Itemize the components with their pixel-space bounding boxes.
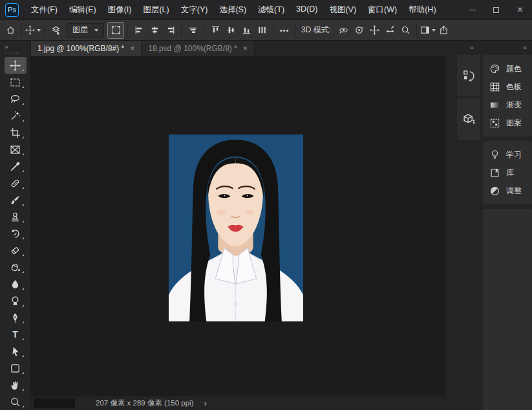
align-vertical-center-button[interactable] bbox=[223, 22, 239, 39]
tool-spot-healing-brush[interactable] bbox=[5, 175, 27, 191]
align-top-edges-button[interactable] bbox=[185, 22, 200, 39]
tab-1jpg[interactable]: 1.jpg @ 100%(RGB/8#) * × bbox=[31, 41, 142, 56]
collapse-panel-column-icon[interactable]: « bbox=[523, 43, 526, 51]
panel-label: 学习 bbox=[506, 149, 522, 160]
distribute-horizontal-button[interactable] bbox=[254, 22, 270, 39]
align-horizontal-center-button[interactable] bbox=[147, 22, 162, 39]
tool-dodge[interactable] bbox=[5, 292, 27, 309]
tool-pen[interactable] bbox=[5, 309, 27, 326]
workspace-switcher[interactable] bbox=[420, 22, 436, 39]
tool-path-selection[interactable] bbox=[5, 343, 27, 360]
orbit-3d-icon bbox=[339, 25, 348, 35]
menu-select[interactable]: 选择(S) bbox=[213, 2, 252, 18]
close-button[interactable]: ✕ bbox=[508, 0, 532, 19]
tool-zoom[interactable] bbox=[5, 393, 27, 410]
collapsed-panel-icons bbox=[457, 55, 480, 410]
history-panel-button[interactable] bbox=[457, 55, 480, 96]
slide-3d-icon bbox=[385, 25, 395, 35]
canvas[interactable] bbox=[31, 57, 445, 396]
menu-window[interactable]: 窗口(W) bbox=[362, 2, 403, 18]
roll-3d-camera-button[interactable] bbox=[351, 22, 367, 39]
toolbar-drag-handle[interactable] bbox=[5, 52, 19, 54]
3d-panel-button[interactable] bbox=[457, 98, 480, 140]
panel-tab-learn[interactable]: 学习 bbox=[483, 146, 532, 164]
panel-tab-color[interactable]: 颜色 bbox=[483, 59, 532, 78]
menu-view[interactable]: 视图(V) bbox=[323, 2, 362, 18]
slide-3d-camera-button[interactable] bbox=[382, 22, 398, 39]
drag-3d-icon bbox=[370, 25, 379, 35]
status-bar: 207 像素 x 289 像素 (150 ppi) › bbox=[31, 396, 445, 410]
show-transform-controls-toggle[interactable] bbox=[107, 22, 124, 39]
panel-tab-gradients[interactable]: 渐变 bbox=[483, 96, 532, 114]
zoom-3d-camera-button[interactable] bbox=[398, 22, 413, 39]
tab-close-icon[interactable]: × bbox=[243, 44, 248, 53]
title-bar: Ps 文件(F) 编辑(E) 图像(I) 图层(L) 文字(Y) 选择(S) 滤… bbox=[0, 0, 532, 19]
tool-history-brush[interactable] bbox=[5, 225, 27, 242]
drag-3d-camera-button[interactable] bbox=[367, 22, 382, 39]
tool-lasso[interactable] bbox=[5, 91, 27, 107]
tool-crop[interactable] bbox=[5, 124, 27, 141]
menu-3d[interactable]: 3D(D) bbox=[290, 2, 323, 18]
menu-edit[interactable]: 编辑(E) bbox=[63, 2, 102, 18]
swatches-grid-icon bbox=[489, 81, 500, 92]
tab-label: 1.jpg @ 100%(RGB/8#) * bbox=[37, 44, 124, 53]
auto-select-target-value: 图层 bbox=[72, 25, 88, 36]
tool-clone-stamp[interactable] bbox=[5, 208, 27, 225]
document-dimensions: 207 像素 x 289 像素 (150 ppi) bbox=[96, 398, 194, 408]
menu-type[interactable]: 文字(Y) bbox=[175, 2, 214, 18]
status-expand-icon[interactable]: › bbox=[204, 398, 207, 408]
menu-image[interactable]: 图像(I) bbox=[102, 2, 138, 18]
gradient-icon bbox=[489, 100, 500, 111]
collapse-icon-column-icon[interactable]: « bbox=[470, 43, 473, 51]
tool-rectangular-marquee[interactable] bbox=[5, 74, 27, 91]
align-top-button[interactable] bbox=[207, 22, 223, 39]
align-bottom-button[interactable] bbox=[239, 22, 254, 39]
auto-select-target-dropdown[interactable]: 图层 bbox=[67, 23, 104, 38]
menu-layer[interactable]: 图层(L) bbox=[137, 2, 175, 18]
3d-mode-label: 3D 模式: bbox=[301, 25, 331, 36]
share-button[interactable] bbox=[436, 22, 451, 39]
panel-tab-patterns[interactable]: 图案 bbox=[483, 114, 532, 132]
tool-brush[interactable] bbox=[5, 191, 27, 208]
home-button[interactable] bbox=[3, 22, 18, 39]
tool-paint-bucket[interactable] bbox=[5, 259, 27, 275]
minimize-button[interactable] bbox=[460, 0, 484, 19]
workspace-icon bbox=[420, 25, 430, 35]
tool-frame[interactable] bbox=[5, 141, 27, 158]
tab-18psd[interactable]: 18.psd @ 100%(RGB/8) * × bbox=[142, 41, 255, 56]
align-right-button[interactable] bbox=[162, 22, 178, 39]
panel-tab-swatches[interactable]: 色板 bbox=[483, 78, 532, 96]
panel-column: 颜色 色板 渐变 图案 bbox=[483, 55, 532, 410]
tool-eraser[interactable] bbox=[5, 242, 27, 259]
menu-file[interactable]: 文件(F) bbox=[25, 2, 63, 18]
type-tool-icon: T bbox=[12, 329, 18, 340]
panel-label: 色板 bbox=[506, 81, 522, 92]
tool-blur[interactable] bbox=[5, 275, 27, 292]
tool-hand[interactable] bbox=[5, 376, 27, 393]
align-v-center-icon bbox=[226, 25, 236, 35]
zoom-level-input[interactable] bbox=[34, 398, 75, 408]
document-photo[interactable] bbox=[169, 135, 303, 321]
align-h-center-icon bbox=[150, 25, 160, 35]
align-top-icon bbox=[211, 25, 220, 35]
tab-close-icon[interactable]: × bbox=[130, 44, 134, 53]
tool-type[interactable]: T bbox=[5, 326, 27, 343]
panel-tab-adjustments[interactable]: 调整 bbox=[483, 182, 532, 200]
tool-quick-selection[interactable] bbox=[5, 107, 27, 124]
orbit-3d-camera-button[interactable] bbox=[335, 22, 351, 39]
move-tool-option[interactable] bbox=[25, 22, 41, 39]
align-bottom-icon bbox=[242, 25, 251, 35]
tool-eyedropper[interactable] bbox=[5, 158, 27, 175]
more-options-button[interactable]: ••• bbox=[277, 22, 292, 39]
toolbar-overflow-icon[interactable]: » bbox=[5, 44, 8, 50]
menu-filter[interactable]: 滤镜(T) bbox=[252, 2, 290, 18]
maximize-button[interactable] bbox=[484, 0, 508, 19]
chevron-down-icon bbox=[94, 29, 98, 32]
auto-select-toggle[interactable] bbox=[48, 22, 63, 39]
window-controls: ✕ bbox=[460, 0, 532, 19]
menu-help[interactable]: 帮助(H) bbox=[403, 2, 442, 18]
align-left-button[interactable] bbox=[131, 22, 147, 39]
panel-tab-libraries[interactable]: 库 bbox=[483, 164, 532, 182]
tool-move[interactable] bbox=[5, 57, 27, 74]
tool-rectangle[interactable] bbox=[5, 360, 27, 376]
